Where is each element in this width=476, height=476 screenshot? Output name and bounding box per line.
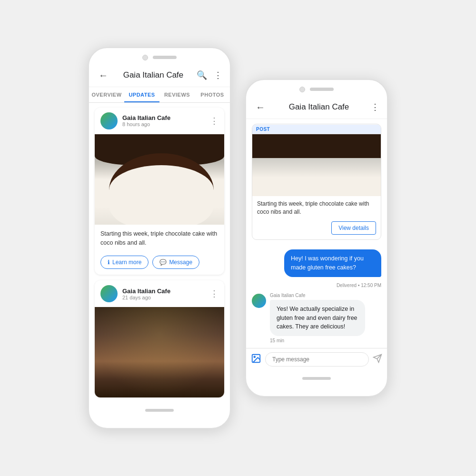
post-menu-2[interactable]: ⋮ [210, 288, 218, 299]
post-author-2: Gaia Italian Cafe [122, 288, 205, 295]
post-card-2: Gaia Italian Cafe 21 days ago ⋮ [95, 280, 224, 397]
phone-bottom-bar-r [246, 370, 387, 387]
post-image-1 [95, 134, 224, 225]
bot-author: Gaia Italian Cafe [270, 293, 365, 298]
post-actions-1: ℹ Learn more 💬 Message [95, 252, 224, 275]
search-icon[interactable]: 🔍 [197, 70, 207, 80]
post-time-1: 8 hours ago [122, 121, 205, 127]
post-meta-2: Gaia Italian Cafe 21 days ago [122, 288, 205, 300]
post-header-1: Gaia Italian Cafe 8 hours ago ⋮ [95, 108, 224, 134]
back-button[interactable]: ← [97, 69, 110, 82]
attach-icon[interactable] [251, 353, 261, 366]
more-icon-r[interactable]: ⋮ [371, 102, 379, 112]
tab-photos[interactable]: PHOTOS [195, 87, 230, 102]
post-author-1: Gaia Italian Cafe [122, 114, 205, 121]
right-phone: ← Gaia Italian Cafe ⋮ POST Starting this… [245, 79, 388, 397]
post-badge: POST [252, 125, 381, 134]
post-preview-card: POST Starting this week, triple chocolat… [252, 124, 381, 240]
post-meta-1: Gaia Italian Cafe 8 hours ago [122, 114, 205, 127]
updates-feed: Gaia Italian Cafe 8 hours ago ⋮ Starting… [89, 103, 230, 403]
home-indicator-r [302, 377, 331, 380]
left-screen: ← Gaia Italian Cafe 🔍 ⋮ OVERVIEW UPDATES… [89, 64, 230, 403]
message-button[interactable]: 💬 Message [152, 256, 199, 269]
right-screen: ← Gaia Italian Cafe ⋮ POST Starting this… [246, 96, 387, 370]
tab-reviews[interactable]: REVIEWS [159, 87, 195, 102]
post-menu-1[interactable]: ⋮ [210, 116, 218, 126]
avatar-2 [100, 285, 118, 302]
post-header-2: Gaia Italian Cafe 21 days ago ⋮ [95, 280, 224, 307]
bot-message-row: Gaia Italian Cafe Yes! We actually speci… [252, 293, 381, 343]
preview-text: Starting this week, triple chocolate cak… [252, 196, 381, 220]
header-actions: 🔍 ⋮ [197, 70, 222, 80]
tab-bar: OVERVIEW UPDATES REVIEWS PHOTOS [89, 87, 230, 103]
avatar-1 [100, 112, 118, 129]
user-message-bubble: Hey! I was wondering if you made gluten … [284, 249, 381, 277]
header-actions-r: ⋮ [371, 102, 379, 112]
phone-speaker-r [310, 88, 334, 91]
post-time-2: 21 days ago [122, 295, 205, 300]
message-status: Delivered • 12:50 PM [252, 283, 381, 288]
page-title-r: Gaia Italian Cafe [272, 102, 366, 112]
learn-more-button[interactable]: ℹ Learn more [100, 256, 149, 269]
bot-message-bubble: Yes! We actually specialize in gluten fr… [270, 300, 365, 336]
more-icon[interactable]: ⋮ [214, 70, 222, 80]
tab-overview[interactable]: OVERVIEW [89, 87, 124, 102]
bot-message-time: 15 min [270, 338, 365, 343]
preview-action: View details [252, 219, 381, 239]
send-icon[interactable] [373, 354, 382, 366]
preview-cake-image [252, 134, 381, 196]
page-title: Gaia Italian Cafe [115, 70, 192, 80]
chat-area: Hey! I was wondering if you made gluten … [246, 245, 387, 348]
phone-camera-r [299, 87, 305, 92]
info-icon: ℹ [108, 259, 110, 266]
bot-avatar [252, 294, 266, 308]
home-indicator [145, 409, 174, 412]
right-header: ← Gaia Italian Cafe ⋮ [246, 96, 387, 119]
phone-top-bar [89, 48, 230, 64]
left-header: ← Gaia Italian Cafe 🔍 ⋮ [89, 64, 230, 87]
phone-speaker [153, 56, 177, 59]
view-details-button[interactable]: View details [331, 221, 376, 235]
back-button-r[interactable]: ← [254, 101, 267, 114]
chat-input-bar [246, 348, 387, 370]
message-icon: 💬 [159, 259, 167, 266]
message-input[interactable] [265, 352, 369, 367]
post-body-1: Starting this week, triple chocolate cak… [95, 225, 224, 252]
bot-message-col: Gaia Italian Cafe Yes! We actually speci… [270, 293, 365, 343]
post-image-2 [95, 307, 224, 397]
phone-top-bar-r [246, 80, 387, 96]
post-card-1: Gaia Italian Cafe 8 hours ago ⋮ Starting… [95, 108, 224, 275]
svg-point-1 [254, 356, 255, 357]
left-phone: ← Gaia Italian Cafe 🔍 ⋮ OVERVIEW UPDATES… [88, 47, 231, 429]
phone-camera [142, 55, 148, 60]
phone-bottom-bar [89, 402, 230, 418]
tab-updates[interactable]: UPDATES [124, 87, 159, 102]
